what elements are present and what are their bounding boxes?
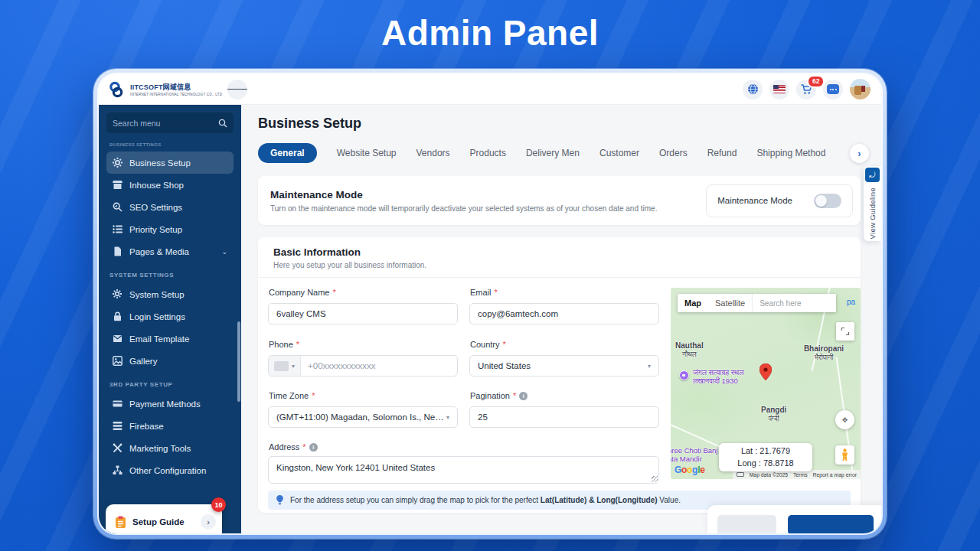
country-flag-button[interactable] [769, 80, 789, 99]
sidebar-item-marketing-tools[interactable]: Marketing Tools [106, 437, 234, 459]
sidebar-search[interactable] [106, 112, 234, 133]
sidebar-item-seo-settings[interactable]: SEO Settings [106, 196, 234, 218]
map-label-nauthal: Nauthalनौथल [675, 341, 704, 358]
info-icon: i [519, 392, 528, 400]
keyboard-icon [737, 472, 744, 477]
sidebar-item-label: Pages & Media [129, 247, 189, 256]
logo-title: IITCSOFT网域信息 [130, 82, 222, 92]
map-tab-map[interactable]: Map [678, 294, 708, 312]
view-guideline-tab[interactable]: ⤾ View Guideline [864, 166, 881, 241]
map-label-mandir: nree Choti Banjata Mandir [671, 447, 717, 464]
map-pegman-button[interactable] [835, 445, 854, 465]
lightbulb-icon [276, 495, 284, 505]
country-select[interactable]: United States ▾ [469, 355, 659, 377]
map-fullscreen-button[interactable] [836, 322, 854, 341]
app-logo[interactable]: IITCSOFT网域信息 INTERNET INTERNATIONAL TECH… [108, 80, 222, 99]
sidebar-item-other-configuration[interactable]: Other Configuration [106, 459, 234, 481]
lock-gear-icon [113, 311, 122, 321]
google-map[interactable]: pa Map Satellite Nauthalनौथल [671, 288, 861, 479]
store-icon [113, 180, 122, 190]
tab-shipping-method[interactable]: Shipping Method [756, 148, 825, 158]
language-globe-button[interactable] [743, 80, 763, 99]
sidebar-section-system-settings: SYSTEM SETTINGS [109, 272, 230, 279]
map-cut-label: pa [847, 298, 855, 306]
company-name-input[interactable] [268, 303, 458, 324]
page-title: Admin Panel [0, 12, 980, 54]
fullscreen-icon [841, 328, 849, 335]
system-gear-icon [113, 289, 122, 299]
search-icon [218, 119, 227, 128]
map-pan-control[interactable]: ✥ [835, 410, 854, 429]
logo-text: IITCSOFT网域信息 INTERNET INTERNATIONAL TECH… [130, 82, 222, 96]
map-label-pangdi: Pangdiपंग्दी [761, 406, 786, 422]
map-poi-icon[interactable] [679, 370, 689, 380]
sidebar-item-label: SEO Settings [129, 203, 182, 212]
map-terms-link[interactable]: Terms [793, 472, 808, 478]
sidebar-item-payment-methods[interactable]: Payment Methods [106, 393, 234, 415]
pagination-input[interactable] [469, 406, 659, 428]
email-input[interactable] [469, 303, 659, 324]
sidebar-item-label: Gallery [129, 357, 157, 366]
sidebar-item-label: Payment Methods [129, 399, 201, 409]
textarea-resize-handle[interactable] [652, 476, 658, 482]
sidebar-item-business-setup[interactable]: Business Setup [106, 152, 234, 174]
tab-delivery-men[interactable]: Delivery Men [526, 148, 580, 158]
tab-orders[interactable]: Orders [659, 148, 688, 158]
maintenance-toggle[interactable] [814, 194, 841, 208]
phone-country-selector[interactable]: ▾ [269, 356, 301, 376]
sidebar-item-login-settings[interactable]: Login Settings [106, 305, 234, 328]
timezone-select[interactable]: (GMT+11:00) Magadan, Solomon Is., New Ca… [268, 406, 458, 428]
sidebar-item-firebase[interactable]: Firebase [106, 415, 234, 437]
reset-button[interactable] [717, 515, 776, 533]
tab-bar: General Website Setup Vendors Products D… [258, 143, 846, 163]
messages-button[interactable] [823, 80, 843, 99]
tab-delivery-restriction[interactable]: Delivery Restriction [845, 148, 846, 158]
sidebar-item-email-template[interactable]: Email Template [106, 328, 234, 350]
tab-vendors[interactable]: Vendors [416, 148, 450, 158]
map-search-input[interactable] [760, 299, 829, 308]
map-tab-satellite[interactable]: Satellite [708, 294, 752, 312]
sidebar-item-priority-setup[interactable]: Priority Setup [106, 218, 234, 240]
tab-website-setup[interactable]: Website Setup [337, 148, 397, 158]
address-textarea[interactable]: Kingston, New York 12401 United States [268, 456, 659, 484]
tools-icon [113, 443, 122, 453]
flag-placeholder-icon [274, 361, 289, 371]
phone-field: ▾ [268, 355, 458, 377]
tab-refund[interactable]: Refund [707, 148, 737, 158]
sidebar-scrollbar[interactable] [237, 321, 240, 402]
sidebar-toggle-button[interactable] [227, 80, 247, 99]
map-search-box[interactable] [752, 294, 836, 312]
sidebar-item-system-setup[interactable]: System Setup [106, 283, 234, 305]
map-report-link[interactable]: Report a map error [813, 472, 857, 478]
tab-customer[interactable]: Customer [599, 148, 639, 158]
sidebar-item-gallery[interactable]: Gallery [106, 350, 234, 372]
sidebar-item-label: Priority Setup [129, 225, 182, 234]
gear-icon [113, 158, 122, 168]
google-logo[interactable]: Google [675, 465, 705, 475]
sidebar-item-pages-media[interactable]: Pages & Media ⌄ [106, 240, 234, 262]
map-data-text: Map data ©2025 [750, 472, 788, 478]
app-body: BUSINESS SETTINGS Business Setup Inhouse… [99, 105, 881, 533]
map-marker-pin[interactable] [760, 364, 772, 380]
company-name-label: Company Name* [269, 288, 336, 297]
info-icon: i [309, 443, 318, 452]
guideline-icon: ⤾ [865, 168, 880, 182]
lat-value: Lat : 21.7679 [741, 445, 790, 458]
tab-products[interactable]: Products [470, 148, 506, 158]
map-type-controls: Map Satellite [678, 294, 836, 312]
email-label: Email* [470, 288, 498, 297]
user-avatar[interactable] [850, 79, 871, 99]
sidebar-item-label: Inhouse Shop [129, 181, 184, 190]
credit-card-icon [113, 399, 122, 409]
sidebar-item-inhouse-shop[interactable]: Inhouse Shop [106, 174, 234, 196]
phone-input[interactable] [301, 361, 457, 370]
save-button[interactable] [788, 515, 874, 533]
cart-button[interactable]: 62 [796, 80, 816, 99]
main-content: Business Setup General Website Setup Ven… [241, 105, 881, 533]
image-icon [113, 356, 122, 366]
tabs-scroll-next-button[interactable]: › [850, 144, 869, 163]
tab-general[interactable]: General [258, 143, 317, 163]
maintenance-toggle-label: Maintenance Mode [717, 196, 792, 205]
sidebar-search-input[interactable] [113, 119, 214, 128]
setup-guide-button[interactable]: Setup Guide › 10 [106, 504, 222, 533]
